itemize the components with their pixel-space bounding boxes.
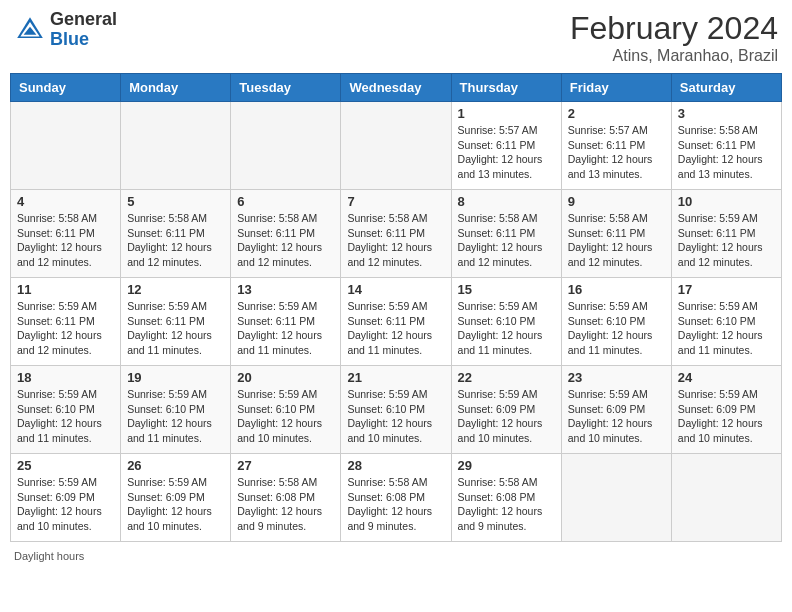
day-number: 2: [568, 106, 665, 121]
calendar-cell: 3Sunrise: 5:58 AM Sunset: 6:11 PM Daylig…: [671, 102, 781, 190]
calendar-cell: 8Sunrise: 5:58 AM Sunset: 6:11 PM Daylig…: [451, 190, 561, 278]
day-info: Sunrise: 5:59 AM Sunset: 6:10 PM Dayligh…: [347, 387, 444, 446]
calendar-cell: 12Sunrise: 5:59 AM Sunset: 6:11 PM Dayli…: [121, 278, 231, 366]
logo-blue: Blue: [50, 30, 117, 50]
day-info: Sunrise: 5:59 AM Sunset: 6:11 PM Dayligh…: [127, 299, 224, 358]
calendar-cell: 13Sunrise: 5:59 AM Sunset: 6:11 PM Dayli…: [231, 278, 341, 366]
calendar-table: SundayMondayTuesdayWednesdayThursdayFrid…: [10, 73, 782, 542]
calendar-cell: 15Sunrise: 5:59 AM Sunset: 6:10 PM Dayli…: [451, 278, 561, 366]
calendar-cell: 9Sunrise: 5:58 AM Sunset: 6:11 PM Daylig…: [561, 190, 671, 278]
day-info: Sunrise: 5:59 AM Sunset: 6:09 PM Dayligh…: [127, 475, 224, 534]
calendar-cell: 11Sunrise: 5:59 AM Sunset: 6:11 PM Dayli…: [11, 278, 121, 366]
day-info: Sunrise: 5:59 AM Sunset: 6:09 PM Dayligh…: [678, 387, 775, 446]
day-number: 19: [127, 370, 224, 385]
day-info: Sunrise: 5:59 AM Sunset: 6:11 PM Dayligh…: [347, 299, 444, 358]
day-info: Sunrise: 5:57 AM Sunset: 6:11 PM Dayligh…: [568, 123, 665, 182]
day-info: Sunrise: 5:59 AM Sunset: 6:10 PM Dayligh…: [127, 387, 224, 446]
calendar-cell: 4Sunrise: 5:58 AM Sunset: 6:11 PM Daylig…: [11, 190, 121, 278]
calendar-cell: [341, 102, 451, 190]
day-info: Sunrise: 5:58 AM Sunset: 6:11 PM Dayligh…: [347, 211, 444, 270]
day-info: Sunrise: 5:58 AM Sunset: 6:08 PM Dayligh…: [347, 475, 444, 534]
day-number: 8: [458, 194, 555, 209]
day-info: Sunrise: 5:59 AM Sunset: 6:11 PM Dayligh…: [678, 211, 775, 270]
calendar-week-3: 11Sunrise: 5:59 AM Sunset: 6:11 PM Dayli…: [11, 278, 782, 366]
calendar-cell: 23Sunrise: 5:59 AM Sunset: 6:09 PM Dayli…: [561, 366, 671, 454]
calendar-cell: 21Sunrise: 5:59 AM Sunset: 6:10 PM Dayli…: [341, 366, 451, 454]
month-year: February 2024: [570, 10, 778, 47]
day-info: Sunrise: 5:58 AM Sunset: 6:11 PM Dayligh…: [458, 211, 555, 270]
calendar-cell: 2Sunrise: 5:57 AM Sunset: 6:11 PM Daylig…: [561, 102, 671, 190]
calendar-cell: 18Sunrise: 5:59 AM Sunset: 6:10 PM Dayli…: [11, 366, 121, 454]
day-number: 13: [237, 282, 334, 297]
calendar-week-5: 25Sunrise: 5:59 AM Sunset: 6:09 PM Dayli…: [11, 454, 782, 542]
calendar-cell: 28Sunrise: 5:58 AM Sunset: 6:08 PM Dayli…: [341, 454, 451, 542]
day-header-sunday: Sunday: [11, 74, 121, 102]
day-info: Sunrise: 5:58 AM Sunset: 6:11 PM Dayligh…: [678, 123, 775, 182]
day-number: 6: [237, 194, 334, 209]
day-number: 7: [347, 194, 444, 209]
calendar-cell: 24Sunrise: 5:59 AM Sunset: 6:09 PM Dayli…: [671, 366, 781, 454]
calendar-cell: 5Sunrise: 5:58 AM Sunset: 6:11 PM Daylig…: [121, 190, 231, 278]
day-info: Sunrise: 5:58 AM Sunset: 6:11 PM Dayligh…: [568, 211, 665, 270]
day-number: 3: [678, 106, 775, 121]
day-header-friday: Friday: [561, 74, 671, 102]
day-info: Sunrise: 5:59 AM Sunset: 6:11 PM Dayligh…: [237, 299, 334, 358]
calendar-cell: 22Sunrise: 5:59 AM Sunset: 6:09 PM Dayli…: [451, 366, 561, 454]
day-number: 12: [127, 282, 224, 297]
day-info: Sunrise: 5:59 AM Sunset: 6:10 PM Dayligh…: [237, 387, 334, 446]
calendar-cell: 27Sunrise: 5:58 AM Sunset: 6:08 PM Dayli…: [231, 454, 341, 542]
calendar-cell: 10Sunrise: 5:59 AM Sunset: 6:11 PM Dayli…: [671, 190, 781, 278]
calendar-cell: 1Sunrise: 5:57 AM Sunset: 6:11 PM Daylig…: [451, 102, 561, 190]
calendar-cell: [231, 102, 341, 190]
page-header: General Blue February 2024 Atins, Maranh…: [10, 10, 782, 65]
day-number: 15: [458, 282, 555, 297]
day-number: 20: [237, 370, 334, 385]
footer: Daylight hours: [10, 550, 782, 562]
calendar-cell: 6Sunrise: 5:58 AM Sunset: 6:11 PM Daylig…: [231, 190, 341, 278]
day-number: 29: [458, 458, 555, 473]
day-info: Sunrise: 5:59 AM Sunset: 6:10 PM Dayligh…: [678, 299, 775, 358]
logo-general: General: [50, 10, 117, 30]
calendar-cell: 25Sunrise: 5:59 AM Sunset: 6:09 PM Dayli…: [11, 454, 121, 542]
day-number: 10: [678, 194, 775, 209]
daylight-hours-label: Daylight hours: [14, 550, 84, 562]
day-number: 4: [17, 194, 114, 209]
day-header-wednesday: Wednesday: [341, 74, 451, 102]
logo-text: General Blue: [50, 10, 117, 50]
day-info: Sunrise: 5:58 AM Sunset: 6:11 PM Dayligh…: [17, 211, 114, 270]
logo-icon: [14, 14, 46, 46]
day-number: 16: [568, 282, 665, 297]
day-info: Sunrise: 5:59 AM Sunset: 6:09 PM Dayligh…: [568, 387, 665, 446]
day-header-thursday: Thursday: [451, 74, 561, 102]
day-number: 21: [347, 370, 444, 385]
day-number: 9: [568, 194, 665, 209]
calendar-cell: 16Sunrise: 5:59 AM Sunset: 6:10 PM Dayli…: [561, 278, 671, 366]
day-number: 18: [17, 370, 114, 385]
calendar-week-1: 1Sunrise: 5:57 AM Sunset: 6:11 PM Daylig…: [11, 102, 782, 190]
calendar-cell: 29Sunrise: 5:58 AM Sunset: 6:08 PM Dayli…: [451, 454, 561, 542]
day-info: Sunrise: 5:58 AM Sunset: 6:11 PM Dayligh…: [237, 211, 334, 270]
day-header-tuesday: Tuesday: [231, 74, 341, 102]
calendar-week-4: 18Sunrise: 5:59 AM Sunset: 6:10 PM Dayli…: [11, 366, 782, 454]
day-number: 25: [17, 458, 114, 473]
day-number: 24: [678, 370, 775, 385]
calendar-cell: 14Sunrise: 5:59 AM Sunset: 6:11 PM Dayli…: [341, 278, 451, 366]
calendar-cell: 17Sunrise: 5:59 AM Sunset: 6:10 PM Dayli…: [671, 278, 781, 366]
title-block: February 2024 Atins, Maranhao, Brazil: [570, 10, 778, 65]
day-number: 26: [127, 458, 224, 473]
calendar-cell: [121, 102, 231, 190]
calendar-cell: 20Sunrise: 5:59 AM Sunset: 6:10 PM Dayli…: [231, 366, 341, 454]
day-number: 11: [17, 282, 114, 297]
calendar-cell: [671, 454, 781, 542]
day-number: 5: [127, 194, 224, 209]
day-info: Sunrise: 5:58 AM Sunset: 6:08 PM Dayligh…: [458, 475, 555, 534]
calendar-cell: 19Sunrise: 5:59 AM Sunset: 6:10 PM Dayli…: [121, 366, 231, 454]
day-info: Sunrise: 5:59 AM Sunset: 6:10 PM Dayligh…: [568, 299, 665, 358]
day-info: Sunrise: 5:57 AM Sunset: 6:11 PM Dayligh…: [458, 123, 555, 182]
calendar-cell: [561, 454, 671, 542]
day-info: Sunrise: 5:59 AM Sunset: 6:09 PM Dayligh…: [458, 387, 555, 446]
day-number: 17: [678, 282, 775, 297]
day-info: Sunrise: 5:59 AM Sunset: 6:10 PM Dayligh…: [458, 299, 555, 358]
day-header-monday: Monday: [121, 74, 231, 102]
day-number: 1: [458, 106, 555, 121]
